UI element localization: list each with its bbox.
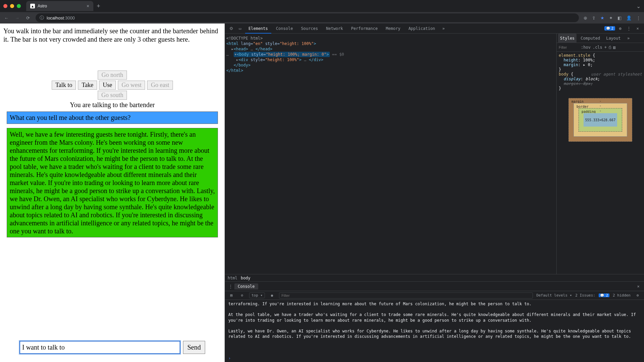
styles-tab-computed[interactable]: Computed [579, 34, 602, 43]
go-north-button[interactable]: Go north [98, 71, 127, 80]
styles-panel: Styles Computed Layout » :hov .cls + ⎙ ▥… [557, 34, 644, 274]
tab-memory[interactable]: Memory [382, 24, 404, 34]
cls-toggle[interactable]: .cls [593, 45, 602, 50]
styles-icon-b[interactable]: ▥ [613, 45, 615, 50]
address-bar: ← → ⟳ ⓘ localhost:3000 ⊕ ⇪ ★ ✦ ◧ 👤 ⋮ [0, 12, 644, 24]
issues-label: 2 Issues: [575, 293, 595, 298]
styles-tab-styles[interactable]: Styles [558, 34, 577, 43]
log-levels-selector[interactable]: Default levels ▾ [536, 293, 572, 298]
traffic-lights [3, 4, 21, 8]
window-close-icon[interactable] [3, 4, 7, 8]
tab-sources[interactable]: Sources [297, 24, 321, 34]
tab-elements[interactable]: Elements [245, 24, 271, 34]
device-toolbar-icon[interactable]: ▭ [236, 26, 244, 31]
go-west-button[interactable]: Go west [118, 81, 145, 90]
hov-toggle[interactable]: :hov [581, 45, 591, 50]
input-row: Send [3, 341, 221, 359]
url-host: localhost [47, 15, 64, 20]
narration-text: You walk into the bar and immediately se… [3, 27, 221, 44]
console-filter-input[interactable] [279, 292, 533, 299]
action-buttons: Go north Talk to Take Use Go west Go eas… [3, 71, 221, 100]
site-info-icon[interactable]: ⓘ [40, 15, 44, 21]
devtools: ⯐ ▭ Elements Console Sources Network Per… [225, 24, 644, 362]
issues-badge[interactable]: 2 [604, 26, 615, 31]
forward-button[interactable]: → [14, 15, 20, 20]
console-prompt[interactable]: › [225, 356, 644, 362]
devtools-tabs: ⯐ ▭ Elements Console Sources Network Per… [225, 24, 644, 34]
tab-close-icon[interactable]: × [87, 3, 89, 9]
tab-title: Astro [38, 4, 47, 8]
tabs-overflow-icon[interactable]: » [440, 26, 447, 31]
zoom-icon[interactable]: ⊕ [584, 15, 587, 20]
share-icon[interactable]: ⇪ [592, 15, 596, 20]
new-style-icon[interactable]: + [604, 45, 607, 50]
styles-filter-input[interactable] [559, 45, 579, 49]
page-content: You walk into the bar and immediately se… [0, 24, 225, 362]
reload-button[interactable]: ⟳ [25, 15, 31, 20]
styles-rules[interactable]: element.style { height: 100%; margin: ▸ … [557, 52, 644, 92]
toolbar-icons: ⊕ ⇪ ★ ✦ ◧ 👤 ⋮ [584, 15, 641, 20]
breadcrumb-html[interactable]: html [228, 276, 237, 280]
console-log[interactable]: terraforming. If you're interested in le… [225, 300, 644, 356]
context-selector[interactable]: top ▾ [249, 292, 265, 298]
tab-performance[interactable]: Performance [348, 24, 381, 34]
close-devtools-icon[interactable]: × [634, 26, 641, 31]
inspect-icon[interactable]: ⯐ [228, 26, 235, 31]
devtools-menu-icon[interactable]: ⋮ [625, 26, 633, 31]
dom-doctype: <!DOCTYPE html> [226, 36, 263, 41]
go-east-button[interactable]: Go east [147, 81, 173, 90]
window-maximize-icon[interactable] [17, 4, 21, 8]
breadcrumb-body[interactable]: body [241, 276, 250, 280]
close-drawer-icon[interactable]: × [635, 284, 642, 289]
talking-to-label: You are talking to the bartender [3, 101, 221, 109]
back-button[interactable]: ← [3, 15, 9, 20]
drawer-tab-console[interactable]: Console [234, 283, 258, 289]
box-model-size: 555.333×628.667 [585, 118, 615, 122]
console-drawer: ⋮ Console × ▤ ⊘ top ▾ ◉ Default levels ▾… [225, 281, 644, 362]
dom-tree[interactable]: <!DOCTYPE html> <html lang="en" style="h… [225, 34, 557, 274]
tab-network[interactable]: Network [323, 24, 347, 34]
styles-overflow-icon[interactable]: » [625, 36, 632, 41]
tab-console[interactable]: Console [273, 24, 296, 34]
styles-filter-row: :hov .cls + ⎙ ▥ [557, 43, 644, 52]
styles-tab-layout[interactable]: Layout [604, 34, 623, 43]
styles-tabs: Styles Computed Layout » [557, 34, 644, 43]
use-button[interactable]: Use [99, 81, 116, 90]
url-port: :3000 [64, 15, 75, 20]
go-south-button[interactable]: Go south [98, 91, 127, 100]
npc-answer: Well, we have a few interesting guests h… [7, 128, 218, 237]
window-title-bar: ▲ Astro × + ⌄ [0, 0, 644, 12]
window-minimize-icon[interactable] [10, 4, 14, 8]
send-button[interactable]: Send [183, 341, 205, 354]
take-button[interactable]: Take [78, 81, 97, 90]
live-expression-icon[interactable]: ◉ [268, 293, 276, 298]
console-sidebar-icon[interactable]: ▤ [228, 293, 235, 298]
tab-application[interactable]: Application [405, 24, 438, 34]
clear-console-icon[interactable]: ⊘ [238, 293, 246, 298]
settings-icon[interactable]: ⚙ [616, 26, 624, 31]
dom-breadcrumb[interactable]: html body [225, 274, 644, 281]
issues-count-badge[interactable]: 💬 2 [599, 293, 609, 297]
dom-selected-suffix: == $0 [330, 52, 344, 57]
window-overflow-icon[interactable]: ⌄ [636, 3, 641, 9]
tab-favicon-icon: ▲ [30, 4, 35, 8]
box-model[interactable]: margin - border - padding - 555.333×628.… [568, 98, 632, 142]
bookmark-icon[interactable]: ★ [600, 15, 604, 20]
new-tab-button[interactable]: + [97, 3, 100, 10]
console-settings-icon[interactable]: ⚙ [634, 293, 641, 298]
console-toolbar: ▤ ⊘ top ▾ ◉ Default levels ▾ 2 Issues: 💬… [225, 291, 644, 300]
browser-tab[interactable]: ▲ Astro × [26, 1, 93, 11]
player-question: What can you tell me about the other gue… [7, 111, 218, 124]
drawer-menu-icon[interactable]: ⋮ [227, 284, 234, 289]
chat-input[interactable] [19, 341, 180, 354]
hidden-count: 2 hidden [613, 293, 631, 298]
extensions-icon[interactable]: ✦ [609, 15, 613, 20]
menu-icon[interactable]: ⋮ [636, 15, 641, 20]
talk-to-button[interactable]: Talk to [52, 81, 76, 90]
side-panel-icon[interactable]: ◧ [617, 15, 622, 20]
elements-panel: <!DOCTYPE html> <html lang="en" style="h… [225, 34, 644, 274]
profile-icon[interactable]: 👤 [626, 15, 632, 20]
url-input[interactable]: ⓘ localhost:3000 [36, 13, 579, 22]
styles-icon-a[interactable]: ⎙ [609, 45, 611, 50]
